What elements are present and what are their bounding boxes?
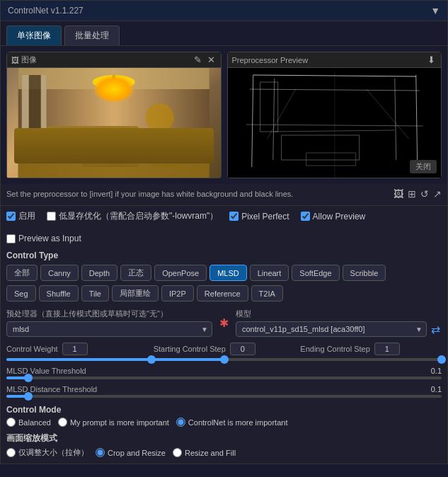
control-mode-prompt-label: My prompt is more important bbox=[70, 418, 169, 427]
ctrl-btn-scribble[interactable]: Scribble bbox=[343, 265, 386, 281]
preprocessor-refresh-button[interactable]: ✱ bbox=[218, 316, 230, 330]
mlsd-value-row: MLSD Value Threshold 0.1 bbox=[6, 367, 442, 375]
ctrl-btn-inpaint[interactable]: 局部重绘 bbox=[112, 285, 159, 301]
weight-slider-track[interactable] bbox=[6, 358, 442, 361]
resize-mode-label: 画面缩放模式 bbox=[6, 432, 442, 444]
living-room-image[interactable] bbox=[7, 68, 221, 178]
image-panel-icons: ✎ ✕ bbox=[193, 54, 217, 65]
image-icon: 🖼 bbox=[11, 56, 19, 64]
tab-single-image[interactable]: 单张图像 bbox=[6, 25, 62, 45]
ctrl-btn-softedge[interactable]: SoftEdge bbox=[292, 265, 339, 281]
svg-rect-6 bbox=[41, 75, 47, 139]
ctrl-btn-seg[interactable]: Seg bbox=[6, 285, 36, 301]
control-mode-balanced[interactable]: Balanced bbox=[6, 418, 51, 427]
ctrl-btn-openpose[interactable]: OpenPose bbox=[154, 265, 207, 281]
low-vram-input[interactable] bbox=[47, 212, 56, 221]
resize-stretch-label: 仅调整大小（拉伸） bbox=[18, 447, 88, 458]
resize-fill-label: Resize and Fill bbox=[185, 449, 236, 457]
allow-preview-input[interactable] bbox=[301, 212, 310, 221]
download-icon[interactable]: ⬇ bbox=[426, 54, 437, 65]
ctrl-btn-mlsd[interactable]: MLSD bbox=[209, 265, 247, 281]
resize-stretch-input[interactable] bbox=[6, 448, 16, 457]
image-upload-icon[interactable]: 🖼 bbox=[394, 188, 403, 200]
combined-sliders-container bbox=[1, 357, 447, 364]
ctrl-btn-reference[interactable]: Reference bbox=[197, 285, 248, 301]
dropdown-arrow-icon[interactable]: ▼ bbox=[430, 5, 440, 16]
starting-step-label: Starting Control Step bbox=[154, 345, 226, 353]
ending-step-col: Ending Control Step 1 bbox=[300, 343, 442, 355]
resize-fill-input[interactable] bbox=[173, 448, 182, 457]
preview-as-input-checkbox[interactable]: Preview as Input bbox=[6, 234, 81, 243]
image-panel-label-group: 🖼 图像 bbox=[11, 54, 37, 65]
low-vram-checkbox[interactable]: 低显存优化（需配合启动参数"-lowvram"） bbox=[47, 210, 218, 222]
pixel-perfect-checkbox[interactable]: Pixel Perfect bbox=[229, 212, 289, 222]
enable-checkbox[interactable]: 启用 bbox=[6, 210, 35, 222]
refresh-icon[interactable]: ↺ bbox=[420, 188, 429, 200]
mlsd-value-label: MLSD Value Threshold bbox=[6, 367, 86, 375]
ctrl-btn-tile[interactable]: Tile bbox=[81, 285, 109, 301]
weight-step-row: Control Weight 1 Starting Control Step 0… bbox=[1, 340, 447, 357]
starting-step-col: Starting Control Step 0 bbox=[154, 343, 295, 355]
svg-rect-1 bbox=[18, 68, 209, 89]
control-mode-controlnet-input[interactable] bbox=[176, 418, 185, 427]
preprocessor-select[interactable]: mlsd bbox=[6, 321, 212, 337]
control-mode-section: Control Mode Balanced My prompt is more … bbox=[1, 401, 447, 430]
info-bar: Set the preprocessor to [invert] if your… bbox=[1, 184, 447, 204]
resize-stretch[interactable]: 仅调整大小（拉伸） bbox=[6, 447, 88, 458]
resize-fill[interactable]: Resize and Fill bbox=[173, 447, 236, 458]
ctrl-btn-normal[interactable]: 正态 bbox=[120, 265, 151, 281]
ctrl-btn-t2ia[interactable]: T2IA bbox=[251, 285, 283, 301]
image-grid-icon[interactable]: ⊞ bbox=[408, 188, 416, 200]
ending-step-value: 1 bbox=[374, 343, 400, 355]
svg-point-10 bbox=[146, 103, 174, 132]
preprocessor-label: 预处理器（直接上传模式图或草稿时可选"无"） bbox=[6, 309, 212, 319]
preprocessor-select-wrapper: mlsd ▼ bbox=[6, 321, 212, 337]
preprocessor-header: Preprocessor Preview ⬇ bbox=[228, 52, 442, 68]
mlsd-value-slider[interactable] bbox=[6, 377, 442, 379]
title-bar: ControlNet v1.1.227 ▼ bbox=[1, 1, 447, 21]
mlsd-distance-slider[interactable] bbox=[6, 395, 442, 398]
control-mode-prompt[interactable]: My prompt is more important bbox=[58, 418, 169, 427]
preview-as-input-input[interactable] bbox=[6, 234, 16, 243]
allow-preview-checkbox[interactable]: Allow Preview bbox=[301, 212, 366, 222]
send-icon[interactable]: ↗ bbox=[433, 188, 442, 200]
info-icons-group: 🖼 ⊞ ↺ ↗ bbox=[394, 188, 442, 200]
preprocessor-panel-label: Preprocessor Preview bbox=[232, 56, 309, 64]
ctrl-btn-lineart[interactable]: Lineart bbox=[250, 265, 289, 281]
mlsd-value-value: 0.1 bbox=[431, 367, 442, 375]
svg-rect-11 bbox=[153, 132, 181, 167]
model-select-wrapper: control_v11p_sd15_mlsd [aca30ff0] ▼ bbox=[236, 321, 427, 337]
preview-as-input-label: Preview as Input bbox=[18, 234, 81, 243]
svg-rect-5 bbox=[22, 75, 29, 139]
model-swap-button[interactable]: ⇄ bbox=[430, 323, 442, 336]
low-vram-label: 低显存优化（需配合启动参数"-lowvram"） bbox=[59, 210, 218, 222]
image-upload-panel: 🖼 图像 ✎ ✕ bbox=[6, 52, 222, 178]
mlsd-distance-section: MLSD Distance Threshold 0.1 bbox=[1, 382, 447, 401]
resize-crop-input[interactable] bbox=[96, 448, 105, 457]
tab-batch[interactable]: 批量处理 bbox=[64, 25, 120, 45]
control-type-grid-2: Seg Shuffle Tile 局部重绘 IP2P Reference T2I… bbox=[1, 285, 447, 306]
options-row: 启用 低显存优化（需配合启动参数"-lowvram"） Pixel Perfec… bbox=[1, 207, 447, 248]
ctrl-btn-all[interactable]: 全部 bbox=[6, 265, 38, 281]
pixel-perfect-label: Pixel Perfect bbox=[241, 212, 289, 222]
ctrl-btn-canny[interactable]: Canny bbox=[40, 265, 79, 281]
pixel-perfect-input[interactable] bbox=[229, 212, 239, 221]
enable-checkbox-input[interactable] bbox=[6, 212, 16, 221]
control-mode-prompt-input[interactable] bbox=[58, 418, 67, 427]
edit-icon[interactable]: ✎ bbox=[193, 54, 203, 65]
resize-crop[interactable]: Crop and Resize bbox=[96, 447, 166, 458]
model-select[interactable]: control_v11p_sd15_mlsd [aca30ff0] bbox=[236, 321, 427, 337]
control-weight-col: Control Weight 1 bbox=[6, 343, 148, 355]
ctrl-btn-shuffle[interactable]: Shuffle bbox=[39, 285, 79, 301]
control-mode-balanced-input[interactable] bbox=[6, 418, 16, 427]
close-preprocessor-button[interactable]: 关闭 bbox=[410, 160, 437, 173]
image-panel-label: 图像 bbox=[21, 54, 37, 65]
mlsd-value-section: MLSD Value Threshold 0.1 bbox=[1, 364, 447, 382]
ctrl-btn-ip2p[interactable]: IP2P bbox=[161, 285, 194, 301]
control-mode-controlnet[interactable]: ControlNet is more important bbox=[176, 418, 288, 427]
image-panel-header: 🖼 图像 ✎ ✕ bbox=[7, 52, 221, 68]
ctrl-btn-depth[interactable]: Depth bbox=[81, 265, 117, 281]
close-image-icon[interactable]: ✕ bbox=[206, 54, 217, 65]
image-section: 🖼 图像 ✎ ✕ bbox=[1, 46, 447, 184]
ending-step-label: Ending Control Step bbox=[300, 345, 369, 353]
